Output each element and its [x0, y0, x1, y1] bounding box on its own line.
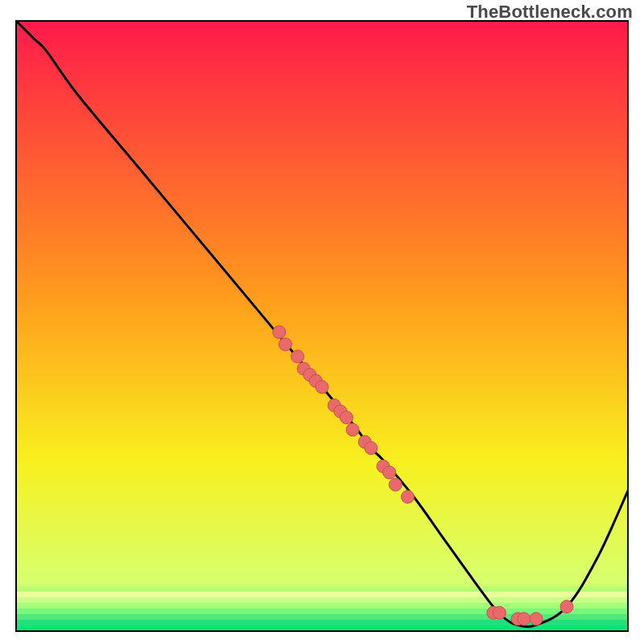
- data-marker: [365, 442, 378, 455]
- data-marker: [401, 490, 414, 503]
- svg-rect-1: [16, 597, 628, 604]
- data-marker: [530, 613, 543, 625]
- data-marker: [316, 381, 328, 394]
- data-marker: [279, 338, 291, 351]
- data-marker: [273, 326, 286, 339]
- data-marker: [383, 466, 396, 479]
- svg-rect-0: [16, 592, 628, 598]
- data-marker: [346, 423, 359, 436]
- chart-container: { "watermark": "TheBottleneck.com", "col…: [0, 0, 644, 644]
- watermark-text: TheBottleneck.com: [467, 2, 633, 23]
- bottleneck-chart: [0, 0, 644, 644]
- plot-background: [16, 21, 628, 631]
- data-marker: [340, 411, 353, 424]
- data-marker: [560, 601, 573, 613]
- svg-rect-2: [16, 603, 628, 609]
- data-marker: [389, 478, 402, 491]
- data-marker: [291, 350, 304, 363]
- data-marker: [518, 613, 530, 625]
- data-marker: [493, 606, 506, 619]
